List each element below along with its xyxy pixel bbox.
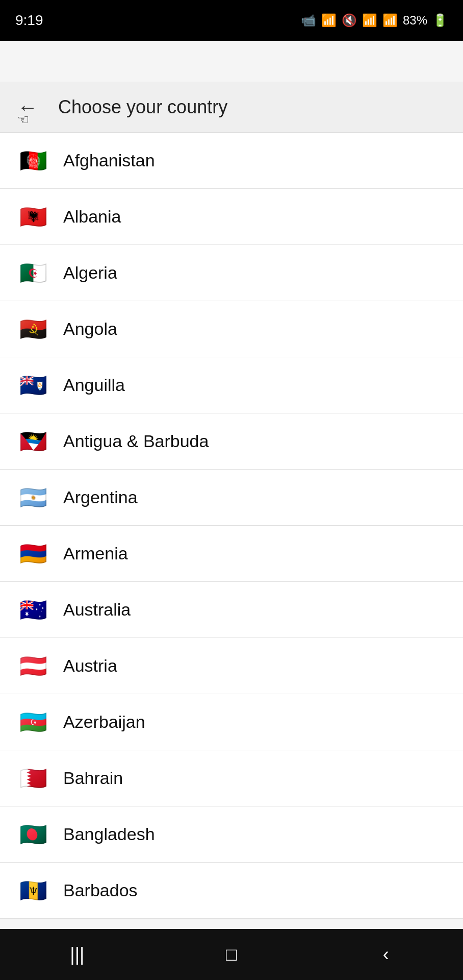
country-name: Armenia [63,544,128,564]
nav-bar: ||| □ ‹ [0,929,463,980]
back-button[interactable]: ← ☜ [12,92,43,122]
flag-icon: 🇦🇺 [15,597,51,623]
list-item[interactable]: 🇦🇴Angola [0,301,463,357]
country-name: Azerbaijan [63,712,145,732]
list-item[interactable]: 🇦🇮Anguilla [0,357,463,413]
wifi-icon: 📶 [362,13,377,28]
list-item[interactable]: 🇦🇹Austria [0,638,463,694]
nav-menu-icon[interactable]: ||| [57,934,97,975]
list-item[interactable]: 🇦🇬Antigua & Barbuda [0,413,463,470]
bluetooth-icon: 📶 [321,13,337,28]
country-name: Bangladesh [63,824,155,844]
country-name: Afghanistan [63,151,155,170]
country-name: Anguilla [63,375,125,395]
nav-home-icon[interactable]: □ [211,934,252,975]
country-name: Algeria [63,263,117,283]
video-icon: 📹 [301,13,316,28]
status-time: 9:19 [15,12,43,29]
flag-icon: 🇧🇩 [15,821,51,848]
nav-menu-lines: ||| [70,944,84,965]
country-list: 🇦🇫Afghanistan🇦🇱Albania🇩🇿Algeria🇦🇴Angola🇦… [0,133,463,919]
flag-icon: 🇦🇿 [15,709,51,736]
country-name: Bahrain [63,768,123,788]
flag-icon: 🇦🇱 [15,204,51,230]
cursor-hand-icon: ☜ [17,112,29,128]
signal-icon: 📶 [382,13,398,28]
list-item[interactable]: 🇦🇺Australia [0,582,463,638]
flag-icon: 🇦🇫 [15,148,51,174]
country-name: Australia [63,600,131,620]
mute-icon: 🔇 [342,13,357,28]
list-item[interactable]: 🇧🇭Bahrain [0,750,463,806]
flag-icon: 🇦🇴 [15,316,51,342]
status-bar: 9:19 📹 📶 🔇 📶 📶 83% 🔋 [0,0,463,41]
flag-icon: 🇩🇿 [15,260,51,286]
list-item[interactable]: 🇦🇲Armenia [0,526,463,582]
flag-icon: 🇧🇭 [15,765,51,792]
country-name: Antigua & Barbuda [63,431,209,451]
list-item[interactable]: 🇧🇧Barbados [0,863,463,919]
list-item[interactable]: 🇦🇷Argentina [0,470,463,526]
country-name: Argentina [63,487,138,507]
flag-icon: 🇦🇹 [15,653,51,679]
list-item[interactable]: 🇩🇿Algeria [0,245,463,301]
country-name: Austria [63,656,117,676]
country-name: Angola [63,319,117,339]
list-item[interactable]: 🇦🇱Albania [0,189,463,245]
top-spacer [0,41,463,82]
nav-home-square: □ [226,944,237,965]
list-item[interactable]: 🇦🇿Azerbaijan [0,694,463,750]
country-name: Albania [63,207,121,227]
flag-icon: 🇦🇮 [15,372,51,399]
status-icons: 📹 📶 🔇 📶 📶 83% 🔋 [301,13,448,28]
battery-text: 83% [403,13,427,28]
flag-icon: 🇦🇲 [15,541,51,567]
list-item[interactable]: 🇦🇫Afghanistan [0,133,463,189]
battery-icon: 🔋 [432,13,448,28]
country-name: Barbados [63,880,138,900]
flag-icon: 🇦🇬 [15,428,51,455]
page-title: Choose your country [58,96,227,118]
flag-icon: 🇦🇷 [15,484,51,511]
nav-back-icon[interactable]: ‹ [366,934,406,975]
list-item[interactable]: 🇧🇩Bangladesh [0,806,463,863]
nav-back-chevron: ‹ [383,944,389,965]
toolbar: ← ☜ Choose your country [0,82,463,133]
flag-icon: 🇧🇧 [15,877,51,904]
